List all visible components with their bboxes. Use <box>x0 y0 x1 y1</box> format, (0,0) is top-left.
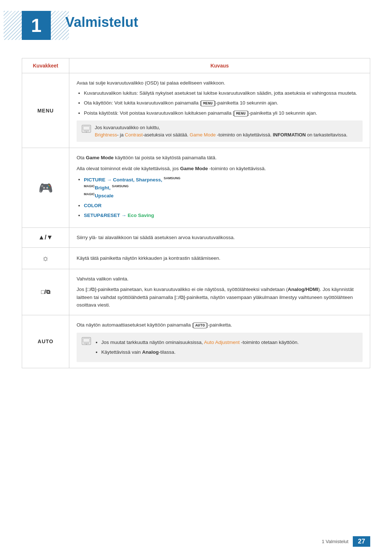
gamepad-icon: 🎮 <box>38 181 53 194</box>
icon-cell-arrow: ▲/▼ <box>22 228 69 248</box>
info-table: Kuvakkeet Kuvaus MENU Avaa tai sulje kuv… <box>22 58 370 368</box>
page-footer: 1 Valmistelut 27 <box>322 536 371 547</box>
note-box-menu: Jos kuvaruutuvalikko on lukittu, Brightn… <box>77 120 363 142</box>
chapter-title: Valmistelut <box>58 11 138 30</box>
table-row: ☼ Käytä tätä painiketta näytön kirkkaude… <box>22 247 370 269</box>
list-item: Ota käyttöön: Voit lukita kuvaruutuvalik… <box>84 99 363 107</box>
bright-text: Bright <box>95 185 109 190</box>
sharpness-text: Sharpness <box>136 177 161 182</box>
footer-page-number: 27 <box>353 536 370 547</box>
auto-desc-1: Ota näytön automaattiasetukset käyttöön … <box>77 321 363 329</box>
auto-icon-label: AUTO <box>38 338 53 344</box>
comma2: , <box>161 177 164 182</box>
desc-cell-sun: Käytä tätä painiketta näytön kirkkauden … <box>69 247 370 269</box>
gamepad-desc-2: Alla olevat toiminnot eivät ole käytettä… <box>77 165 363 173</box>
contrast-text: Contrast <box>113 177 133 182</box>
note-icon-auto <box>82 337 91 345</box>
table-row: MENU Avaa tai sulje kuvaruutuvalikko (OS… <box>22 73 370 148</box>
footer-chapter-label: 1 Valmistelut <box>322 539 348 544</box>
source-switch-icon: □/⧉ <box>41 289 50 295</box>
sun-brightness-icon: ☼ <box>42 254 49 263</box>
table-header-row: Kuvakkeet Kuvaus <box>22 58 370 73</box>
gamepad-desc-1: Ota Game Mode käyttöön tai poista se käy… <box>77 154 363 162</box>
list-item: Kuvaruutuvalikon lukitus: Säilytä nykyis… <box>84 89 363 97</box>
setup-text: SETUP&RESET <box>84 213 120 218</box>
gamepad-feature-list: PICTURE → Contrast, Sharpness, SAMSUNGMA… <box>77 176 363 219</box>
table-row: ▲/▼ Siirry ylä- tai alavalikkoon tai sää… <box>22 228 370 248</box>
desc-cell-source: Vahvista valikon valinta. Jos [□/⧉]-pain… <box>69 269 370 315</box>
desc-cell-gamepad: Ota Game Mode käyttöön tai poista se käy… <box>69 148 370 228</box>
icon-cell-auto: AUTO <box>22 315 69 368</box>
list-item: Poista käytöstä: Voit poistaa kuvaruutuv… <box>84 109 363 117</box>
source-desc-2: Jos [□/⧉]-painiketta painetaan, kun kuva… <box>77 286 363 309</box>
table-row: AUTO Ota näytön automaattiasetukset käyt… <box>22 315 370 368</box>
svg-rect-1 <box>83 126 90 130</box>
list-item: Jos muutat tarkkuutta näytön ominaisuuks… <box>101 338 299 346</box>
note-icon-menu <box>82 125 91 133</box>
note-colored: Brightness- ja Contrast-asetuksia voi sä… <box>95 132 347 138</box>
chapter-header: 1 Valmistelut <box>0 0 392 47</box>
note-box-auto: Jos muutat tarkkuutta näytön ominaisuuks… <box>77 333 363 362</box>
color-text: COLOR <box>84 203 102 208</box>
auto-label-inline: AUTO <box>193 323 207 328</box>
icon-cell-gamepad: 🎮 <box>22 148 69 228</box>
arrow-updown-icon: ▲/▼ <box>38 234 53 241</box>
eco-saving-text: Eco Saving <box>128 213 154 218</box>
col-header-icons: Kuvakkeet <box>22 58 69 73</box>
icon-cell-menu: MENU <box>22 73 69 148</box>
list-item: Käytettävissä vain Analog-tilassa. <box>101 348 299 356</box>
menu-icon-label: MENU <box>37 108 54 114</box>
desc-cell-menu: Avaa tai sulje kuvaruutuvalikko (OSD) ta… <box>69 73 370 148</box>
picture-text: PICTURE <box>84 177 105 182</box>
icon-cell-sun: ☼ <box>22 247 69 269</box>
main-content: Kuvakkeet Kuvaus MENU Avaa tai sulje kuv… <box>0 58 392 390</box>
chapter-number: 1 <box>31 15 42 36</box>
desc-cell-arrow: Siirry ylä- tai alavalikkoon tai säädä a… <box>69 228 370 248</box>
arrow-text: → <box>107 177 113 182</box>
desc-cell-auto: Ota näytön automaattiasetukset käyttöön … <box>69 315 370 368</box>
auto-note-content: Jos muutat tarkkuutta näytön ominaisuuks… <box>95 336 299 358</box>
arrow-desc: Siirry ylä- tai alavalikkoon tai säädä a… <box>77 234 363 242</box>
col-header-desc: Kuvaus <box>69 58 370 73</box>
auto-note-list: Jos muutat tarkkuutta näytön ominaisuuks… <box>95 338 299 356</box>
menu-label-inline: MENU <box>201 100 214 106</box>
icon-cell-source: □/⧉ <box>22 269 69 315</box>
list-item: SETUP&RESET → Eco Saving <box>84 212 363 219</box>
chapter-number-block: 1 <box>22 11 51 40</box>
stripe-right <box>51 11 69 40</box>
list-item: COLOR <box>84 202 363 210</box>
note-text-menu: Jos kuvaruutuvalikko on lukittu, Brightn… <box>95 124 347 138</box>
source-desc-1: Vahvista valikon valinta. <box>77 275 363 283</box>
menu-desc-1: Avaa tai sulje kuvaruutuvalikko (OSD) ta… <box>77 79 363 87</box>
arrow-text-2: → <box>120 213 128 218</box>
menu-label-inline2: MENU <box>234 111 247 116</box>
upscale-text: Upscale <box>95 193 114 198</box>
menu-desc-list: Kuvaruutuvalikon lukitus: Säilytä nykyis… <box>77 89 363 117</box>
table-row: □/⧉ Vahvista valikon valinta. Jos [□/⧉]-… <box>22 269 370 315</box>
sun-desc: Käytä tätä painiketta näytön kirkkauden … <box>77 254 363 262</box>
stripe-left <box>4 11 22 40</box>
svg-rect-5 <box>83 338 90 342</box>
list-item: PICTURE → Contrast, Sharpness, SAMSUNGMA… <box>84 176 363 200</box>
table-row: 🎮 Ota Game Mode käyttöön tai poista se k… <box>22 148 370 228</box>
note-plain: Jos kuvaruutuvalikko on lukittu, <box>95 125 160 130</box>
